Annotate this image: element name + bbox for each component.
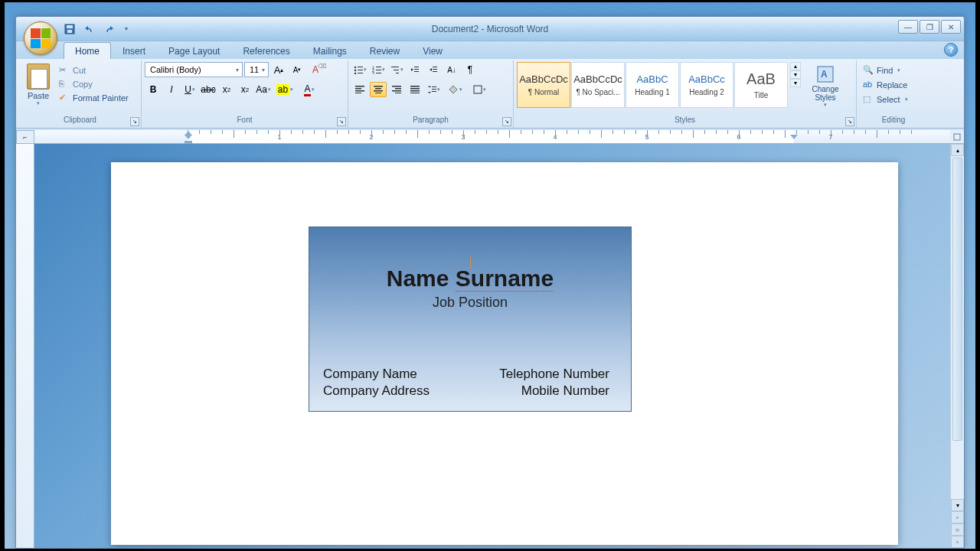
horizontal-ruler[interactable]: 1234567	[34, 130, 950, 144]
styles-gallery: AaBbCcDc¶ NormalAaBbCcDc¶ No Spaci...AaB…	[517, 62, 789, 108]
undo-button[interactable]	[82, 21, 97, 37]
browse-object[interactable]: ○	[951, 523, 964, 536]
qat-customize[interactable]: ▾	[122, 21, 131, 37]
scroll-thumb[interactable]	[952, 158, 962, 441]
justify-button[interactable]	[407, 82, 423, 97]
line-spacing-button[interactable]	[425, 82, 442, 97]
bold-button[interactable]: B	[145, 82, 162, 97]
subscript-button[interactable]: x2	[218, 82, 235, 97]
highlight-button[interactable]: ab	[273, 82, 296, 97]
clipboard-launcher[interactable]: ↘	[130, 117, 139, 126]
ribbon-tabs: Home Insert Page Layout References Maili…	[16, 41, 964, 59]
svg-rect-1	[67, 25, 73, 28]
numbering-button[interactable]: 123	[370, 62, 387, 77]
tab-view[interactable]: View	[411, 42, 454, 59]
select-button[interactable]: ⬚Select▾	[860, 93, 911, 106]
svg-rect-27	[355, 93, 361, 93]
group-styles: AaBbCcDc¶ NormalAaBbCcDc¶ No Spaci...AaB…	[514, 60, 857, 128]
font-group-label: Font	[145, 116, 345, 128]
style---no-spaci---[interactable]: AaBbCcDc¶ No Spaci...	[571, 62, 625, 108]
svg-rect-36	[410, 86, 420, 87]
copy-button[interactable]: ⎘Copy	[56, 77, 132, 91]
strikethrough-button[interactable]: abc	[200, 82, 217, 97]
card-phone: Telephone Number	[499, 367, 609, 382]
save-button[interactable]	[62, 21, 77, 37]
ruler-toggle[interactable]	[950, 130, 964, 144]
tab-home[interactable]: Home	[64, 42, 111, 59]
font-size-combo[interactable]: 11▾	[244, 62, 269, 77]
tab-review[interactable]: Review	[358, 42, 411, 59]
paragraph-launcher[interactable]: ↘	[502, 117, 511, 126]
font-name-combo[interactable]: Calibri (Body)▾	[145, 62, 243, 77]
scroll-up[interactable]: ▴	[951, 144, 964, 156]
align-right-button[interactable]	[388, 82, 405, 97]
grow-font-button[interactable]: A▴	[270, 62, 287, 77]
show-marks-button[interactable]: ¶	[462, 62, 479, 77]
document-area[interactable]: Name Surname Job Position Company Name C…	[34, 144, 950, 548]
multilevel-list-button[interactable]	[388, 62, 405, 77]
svg-text:3: 3	[372, 71, 374, 74]
svg-rect-8	[358, 73, 363, 73]
sort-button[interactable]: A↓	[443, 62, 460, 77]
style-title[interactable]: AaBTitle	[734, 62, 788, 108]
styles-launcher[interactable]: ↘	[845, 117, 854, 126]
paste-label: Paste	[28, 91, 49, 100]
help-icon[interactable]: ?	[944, 43, 958, 57]
prev-page[interactable]: ◦	[951, 511, 964, 523]
gallery-more[interactable]: ▾	[790, 79, 801, 87]
business-card[interactable]: Name Surname Job Position Company Name C…	[309, 227, 632, 412]
format-painter-button[interactable]: ✔Format Painter	[56, 91, 132, 105]
tab-insert[interactable]: Insert	[111, 42, 157, 59]
cut-button[interactable]: ✂Cut	[56, 64, 132, 77]
gallery-down[interactable]: ▾	[790, 70, 801, 79]
paste-icon	[27, 64, 50, 90]
tab-selector[interactable]: ⌐	[16, 130, 34, 144]
maximize-button[interactable]: ❐	[920, 20, 939, 34]
change-styles-button[interactable]: A Change Styles ▾	[805, 62, 845, 109]
align-center-button[interactable]	[370, 82, 387, 97]
find-icon: 🔍	[863, 65, 874, 76]
font-color-button[interactable]: A	[298, 82, 321, 97]
superscript-button[interactable]: x2	[237, 82, 253, 97]
vertical-scrollbar: ▴ ▾ ◦ ○ ◦	[950, 144, 964, 548]
gallery-up[interactable]: ▴	[790, 62, 801, 70]
redo-button[interactable]	[102, 21, 117, 37]
svg-rect-41	[432, 89, 436, 90]
workspace: ⌐ 1234567 Name Surname Job Position Comp…	[16, 130, 964, 548]
tab-references[interactable]: References	[231, 42, 301, 59]
vertical-ruler[interactable]	[16, 144, 34, 548]
svg-rect-4	[358, 67, 363, 67]
style---normal[interactable]: AaBbCcDc¶ Normal	[517, 62, 570, 108]
svg-rect-19	[414, 69, 419, 70]
find-button[interactable]: 🔍Find▾	[860, 64, 911, 77]
scroll-down[interactable]: ▾	[951, 499, 964, 511]
clear-formatting-button[interactable]: A⌫	[307, 62, 324, 77]
minimize-button[interactable]: —	[898, 20, 918, 34]
italic-button[interactable]: I	[163, 82, 180, 97]
svg-rect-30	[374, 90, 383, 92]
svg-rect-33	[395, 88, 401, 90]
style-heading-2[interactable]: AaBbCcHeading 2	[680, 62, 733, 108]
clipboard-group-label: Clipboard	[22, 116, 138, 128]
increase-indent-button[interactable]	[425, 62, 442, 77]
change-case-button[interactable]: Aa	[255, 82, 272, 97]
svg-rect-22	[433, 69, 437, 70]
shading-button[interactable]	[443, 82, 466, 97]
font-launcher[interactable]: ↘	[337, 117, 346, 126]
svg-rect-21	[433, 67, 437, 67]
office-button[interactable]	[24, 21, 57, 55]
decrease-indent-button[interactable]	[407, 62, 423, 77]
shrink-font-button[interactable]: A▾	[289, 62, 305, 77]
tab-page-layout[interactable]: Page Layout	[157, 42, 231, 59]
borders-button[interactable]	[468, 82, 491, 97]
underline-button[interactable]: U	[181, 82, 198, 97]
align-left-button[interactable]	[351, 82, 368, 97]
svg-rect-38	[410, 90, 420, 92]
paste-button[interactable]: Paste ▾	[22, 62, 54, 108]
tab-mailings[interactable]: Mailings	[302, 42, 358, 59]
style-heading-1[interactable]: AaBbCHeading 1	[626, 62, 679, 108]
next-page[interactable]: ◦	[951, 536, 964, 548]
bullets-button[interactable]	[351, 62, 368, 77]
replace-button[interactable]: abReplace	[860, 78, 911, 92]
close-button[interactable]: ✕	[941, 20, 961, 34]
